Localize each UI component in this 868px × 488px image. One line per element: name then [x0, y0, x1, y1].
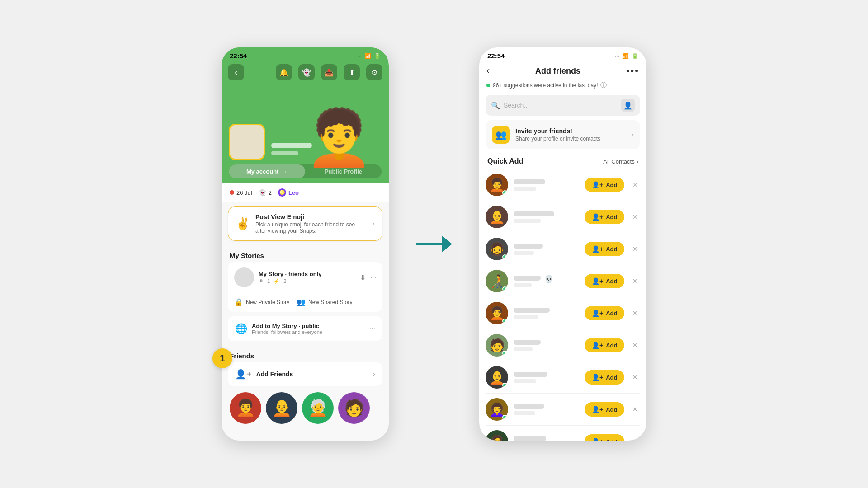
left-phone-wrapper: 1 22:54 ··· 📶 🔋 ‹ 🔔 👻 📥 ⬆ — [222, 47, 389, 441]
friends-section-title: Friends — [222, 346, 389, 362]
story-thumb — [234, 267, 254, 287]
friend-avatar-1: 🧑‍🦱 — [230, 392, 261, 424]
right-wifi-icon: 📶 — [622, 53, 629, 59]
friend-avatar-r9: 🧑‍💼 — [486, 430, 508, 441]
friend-row: 🧑‍🦲 👤+ Add × — [486, 361, 640, 394]
online-dot-r8 — [502, 415, 507, 420]
download-icon[interactable]: ⬇ — [360, 273, 366, 282]
status-bar-left: 22:54 ··· 📶 🔋 — [222, 47, 389, 61]
online-dot-r5 — [502, 319, 507, 324]
username-bar2 — [271, 151, 298, 155]
bitmoji-body: 🧑‍🦱 — [305, 110, 373, 164]
add-button-r6[interactable]: 👤+ Add — [585, 338, 624, 352]
notification-icon-btn[interactable]: 🔔 — [276, 64, 292, 80]
dismiss-button-r8[interactable]: × — [630, 403, 640, 416]
friend-info-r6 — [514, 340, 579, 351]
add-friends-icon: 👤+ — [235, 369, 252, 380]
friend-name-bar-r5 — [514, 308, 550, 313]
status-bar-right: 22:54 ··· 📶 🔋 — [479, 47, 646, 61]
meta-leo-item: ♌ Leo — [278, 188, 299, 197]
profile-content-area: 🧑‍🦱 — [222, 83, 389, 164]
invite-arrow-icon: › — [632, 131, 634, 139]
add-story-card[interactable]: 🌐 Add to My Story · public Friends, foll… — [228, 316, 382, 341]
add-button-r7[interactable]: 👤+ Add — [585, 370, 624, 385]
group-icon: 👥 — [297, 298, 306, 306]
friend-name-row-r4: 💀 — [514, 275, 579, 283]
friend-avatar-3: 🧑‍🦳 — [302, 392, 334, 424]
quick-add-title: Quick Add — [487, 157, 523, 165]
friend-sub-bar-r8 — [514, 411, 535, 415]
new-shared-story-btn[interactable]: 👥 New Shared Story — [297, 298, 352, 306]
my-stories-title: My Stories — [222, 245, 389, 262]
add-icon-r4: 👤+ — [592, 277, 603, 285]
wifi-icon: 📶 — [364, 53, 371, 59]
friend-name-bar-r2 — [514, 211, 554, 216]
left-status-icons: ··· 📶 🔋 — [357, 53, 381, 59]
add-button-r9[interactable]: 👤+ Add — [585, 434, 624, 441]
search-input[interactable]: Search... — [504, 102, 618, 109]
friend-row: 🧑‍🦲 👤+ Add × — [486, 201, 640, 233]
story-row: My Story · friends only 👁 1 ⚡ 2 ⬇ ··· — [234, 267, 376, 287]
friend-avatar-r2: 🧑‍🦲 — [486, 206, 508, 228]
friend-avatar-r3: 🧔 — [486, 238, 508, 260]
friend-info-r8 — [514, 404, 579, 415]
dismiss-button-r4[interactable]: × — [630, 275, 640, 288]
friend-avatar-r8: 👩‍🦱 — [486, 398, 508, 421]
header-back-button[interactable]: ‹ — [486, 65, 490, 77]
dismiss-button-r7[interactable]: × — [630, 371, 640, 384]
friend-avatar-r5: 🧑‍🦱 — [486, 302, 508, 324]
all-contacts-link[interactable]: All Contacts › — [603, 158, 638, 165]
add-icon-r5: 👤+ — [592, 310, 603, 317]
add-icon-r8: 👤+ — [592, 406, 603, 413]
big-arrow-icon — [416, 235, 452, 253]
meta-date-item: 26 Jul — [230, 189, 252, 196]
add-button-r8[interactable]: 👤+ Add — [585, 402, 624, 417]
add-button-r2[interactable]: 👤+ Add — [585, 210, 624, 224]
suggestions-bar: 96+ suggestions were active in the last … — [479, 80, 646, 93]
online-dot-r3 — [502, 254, 507, 259]
dismiss-button-r1[interactable]: × — [630, 178, 640, 192]
friend-row: 🧑 👤+ Add × — [486, 329, 640, 361]
story-card: My Story · friends only 👁 1 ⚡ 2 ⬇ ··· — [228, 262, 382, 312]
search-icon: 🔍 — [491, 101, 500, 110]
friend-row: 🧔 👤+ Add × — [486, 233, 640, 265]
search-bar[interactable]: 🔍 Search... 👤 — [486, 95, 640, 116]
promo-card[interactable]: ✌️ Post View Emoji Pick a unique emoji f… — [228, 206, 382, 241]
friend-row: 🧑‍💼 👤+ Add × — [486, 426, 640, 441]
qr-button[interactable]: 👤 — [621, 99, 635, 112]
dismiss-button-r6[interactable]: × — [630, 339, 640, 352]
friend-avatar-r6: 🧑 — [486, 334, 508, 357]
friend-info-r4: 💀 — [514, 275, 579, 287]
tab-my-account[interactable]: My account → — [229, 164, 305, 178]
back-button[interactable]: ‹ — [228, 64, 244, 80]
add-button-r1[interactable]: 👤+ Add — [585, 178, 624, 192]
online-dot-r1 — [502, 190, 507, 195]
new-private-story-btn[interactable]: 🔒 New Private Story — [234, 298, 289, 306]
add-friends-row[interactable]: 👤+ Add Friends › — [228, 362, 382, 386]
invite-text: Invite your friends! Share your profile … — [515, 127, 626, 142]
friend-avatar-r7: 🧑‍🦲 — [486, 366, 508, 389]
more-icon[interactable]: ··· — [370, 273, 376, 282]
add-friends-arrow-icon: › — [373, 370, 375, 378]
add-story-more-icon[interactable]: ··· — [369, 325, 375, 333]
dismiss-button-r5[interactable]: × — [630, 307, 640, 320]
add-button-r5[interactable]: 👤+ Add — [585, 306, 624, 320]
friend-name-bar-r6 — [514, 340, 541, 345]
tab-arrow: → — [282, 169, 288, 175]
all-contacts-arrow-icon: › — [637, 158, 638, 165]
add-button-r3[interactable]: 👤+ Add — [585, 242, 624, 256]
online-dot-r7 — [502, 383, 507, 388]
invite-card[interactable]: 👥 Invite your friends! Share your profil… — [486, 120, 640, 149]
avatar-placeholder — [229, 124, 265, 160]
suggestions-info-icon[interactable]: ⓘ — [600, 81, 607, 89]
add-icon-r2: 👤+ — [592, 213, 603, 221]
add-button-r4[interactable]: 👤+ Add — [585, 274, 624, 288]
friend-sub-bar-r3 — [514, 251, 534, 255]
profile-meta: 26 Jul 👻 2 ♌ Leo — [222, 183, 389, 202]
dismiss-button-r3[interactable]: × — [630, 243, 640, 256]
snap-icon: ⚡ — [274, 278, 280, 284]
header-more-button[interactable]: ••• — [626, 65, 639, 77]
friend-emoji-r4: 💀 — [544, 275, 553, 283]
dismiss-button-r2[interactable]: × — [630, 211, 640, 224]
dismiss-button-r9[interactable]: × — [630, 435, 640, 441]
